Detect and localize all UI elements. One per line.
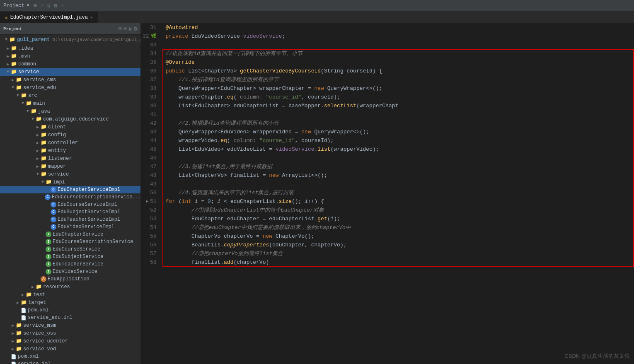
arrow-icon: ▶	[15, 300, 21, 305]
folder-icon-impl: 📁	[46, 179, 52, 185]
arrow-icon: ▶	[30, 284, 36, 289]
item-label-EduVideoServiceImpl: EduVideoServiceImpl	[58, 224, 114, 230]
item-label-EduCourseService: EduCourseService	[53, 246, 100, 252]
code-line-37: //1.根据课程id查询课程里面所有的章节	[162, 75, 634, 84]
tab-edu-chapter-service-impl[interactable]: ☕ EduChapterServiceImpl.java ✕	[0, 12, 98, 23]
tree-item-config[interactable]: ▶📁config	[0, 131, 140, 139]
main-layout: Project ⊕ ≡ ⇅ ⚙ ▼ 📁 guli_parent D:\study…	[0, 23, 634, 364]
tree-item-pom_root[interactable]: 📄pom.xml	[0, 353, 140, 360]
arrow-icon: ▶	[10, 347, 16, 352]
circle-icon-EduCourseDescriptionService: I	[46, 239, 51, 245]
arrow-icon: ▶	[35, 140, 41, 145]
tree-item-service_msm[interactable]: ▶📁service_msm	[0, 321, 140, 329]
circle-icon-EduSubjectService: I	[46, 254, 51, 260]
line-num-text-36: 36	[150, 67, 157, 75]
item-label-EduChapterService: EduChapterService	[53, 231, 103, 237]
tree-item-client[interactable]: ▶📁client	[0, 123, 140, 131]
tree-item-EduSubjectService[interactable]: IEduSubjectService	[0, 253, 140, 260]
tree-item-controller[interactable]: ▶📁controller	[0, 139, 140, 147]
tree-item-EduVideoService[interactable]: IEduVideoService	[0, 268, 140, 275]
tab-close-icon[interactable]: ✕	[90, 15, 93, 20]
sidebar-icon-settings[interactable]: ⚙	[134, 25, 137, 32]
circle-icon-EduVideoServiceImpl: C	[51, 224, 56, 230]
tree-item-service_ucenter[interactable]: ▶📁service_ucenter	[0, 337, 140, 345]
title-icon-settings[interactable]: ⚙	[54, 2, 57, 9]
project-root-item[interactable]: ▼ 📁 guli_parent D:\study\java\code\proje…	[0, 35, 140, 44]
tree-item-src[interactable]: ▼📁src	[0, 92, 140, 99]
project-root-arrow: ▼	[3, 37, 9, 42]
title-icon-list[interactable]: ≡	[40, 2, 44, 9]
tree-item-mapper[interactable]: ▶📁mapper	[0, 162, 140, 170]
folder-icon-service_pkg: 📁	[41, 171, 47, 177]
tree-item-main[interactable]: ▼📁main	[0, 99, 140, 107]
line-number-31: 31	[143, 23, 159, 32]
code-line-47: //3.创建list集合,用于最终封装数据	[162, 162, 634, 171]
item-label-entity: entity	[48, 148, 66, 154]
circle-icon-EduChapterService: I	[46, 231, 51, 237]
title-icon-add[interactable]: ⊕	[33, 2, 36, 9]
title-dropdown-icon[interactable]: ▼	[27, 3, 29, 8]
line-number-53: 53	[143, 215, 159, 223]
tree-item-service[interactable]: ▼📁service	[0, 68, 140, 76]
tree-item-idea[interactable]: ▶📁.idea	[0, 44, 140, 52]
title-bar: Project ▼ ⊕ ≡ ⇅ ⚙ −	[0, 0, 634, 12]
tree-item-impl[interactable]: ▼📁impl	[0, 178, 140, 186]
tree-item-EduCourseServiceImpl[interactable]: CEduCourseServiceImpl	[0, 201, 140, 208]
tree-item-service_cms[interactable]: ▶📁service_cms	[0, 76, 140, 84]
tree-item-EduSubjectServiceImpl[interactable]: CEduSubjectServiceImpl	[0, 208, 140, 216]
project-root-name: guli_parent	[17, 37, 50, 43]
code-line-43: QueryWrapper<EduVideo> wrapperVideo = ne…	[162, 128, 634, 136]
tree-item-resources[interactable]: ▶📁resources	[0, 283, 140, 291]
tree-item-service_edu_iml[interactable]: 📄service_edu.iml	[0, 314, 140, 321]
title-icon-sort[interactable]: ⇅	[47, 2, 50, 9]
code-content[interactable]: @Autowiredprivate EduVideoService videoS…	[162, 23, 634, 364]
tree-item-java[interactable]: ▼📁java	[0, 107, 140, 115]
tree-item-EduChapterService[interactable]: IEduChapterService	[0, 231, 140, 238]
sidebar-icon-sort[interactable]: ⇅	[128, 25, 132, 32]
tree-item-EduApplication[interactable]: AEduApplication	[0, 275, 140, 283]
arrow-icon: ▶	[5, 54, 11, 59]
tree-item-service_vod[interactable]: ▶📁service_vod	[0, 345, 140, 353]
sidebar-icon-add[interactable]: ⊕	[118, 25, 121, 32]
folder-icon-config: 📁	[41, 132, 47, 138]
tree-item-common[interactable]: ▶📁common	[0, 60, 140, 68]
title-icon-minimize[interactable]: −	[60, 2, 64, 9]
tree-container: ▶📁.idea▶📁.mvn▶📁common▼📁service▶📁service_…	[0, 44, 140, 364]
tree-item-EduTeacherService[interactable]: IEduTeacherService	[0, 260, 140, 268]
item-label-service_iml: service.iml	[18, 361, 51, 364]
tree-item-test[interactable]: ▶📁test	[0, 291, 140, 299]
tree-item-listener[interactable]: ▶📁listener	[0, 154, 140, 162]
arrow-icon: ▼	[25, 109, 31, 113]
code-line-42: //2.根据课程id查询课程里面所有的小节	[162, 119, 634, 128]
item-label-mapper: mapper	[48, 164, 66, 169]
tree-item-EduCourseDescriptionService[interactable]: IEduCourseDescriptionService	[0, 238, 140, 246]
tree-item-EduCourseDescriptionServiceImpl[interactable]: CEduCourseDescriptionService...	[0, 193, 140, 201]
tree-item-EduCourseService[interactable]: IEduCourseService	[0, 246, 140, 253]
folder-icon-service_ucenter: 📁	[16, 338, 22, 344]
item-label-com_atguigu: com.atguigu.eduservice	[43, 116, 109, 122]
tree-item-pom_xml[interactable]: 📄pom.xml	[0, 306, 140, 314]
tree-item-EduTeacherServiceImpl[interactable]: CEduTeacherServiceImpl	[0, 216, 140, 223]
tree-item-service_iml[interactable]: 📄service.iml	[0, 360, 140, 364]
line-num-text-52: 52	[150, 206, 157, 215]
line-num-text-35: 35	[150, 58, 157, 67]
line-number-52: 52	[143, 206, 159, 215]
tree-item-com_atguigu[interactable]: ▼📁com.atguigu.eduservice	[0, 115, 140, 123]
sidebar-icon-list[interactable]: ≡	[123, 25, 127, 32]
item-label-idea: .idea	[18, 46, 33, 51]
line-number-58: 58	[143, 258, 159, 267]
tree-item-service_oss[interactable]: ▶📁service_oss	[0, 329, 140, 337]
item-label-target: target	[28, 300, 46, 306]
line-number-57: 57	[143, 249, 159, 258]
tree-item-mvn[interactable]: ▶📁.mvn	[0, 52, 140, 60]
tree-item-service_edu[interactable]: ▼📁service_edu	[0, 84, 140, 92]
circle-icon-EduVideoService: I	[46, 269, 51, 275]
tree-item-service_pkg[interactable]: ▼📁service	[0, 170, 140, 178]
tree-item-entity[interactable]: ▶📁entity	[0, 147, 140, 154]
line-number-37: 37	[143, 75, 159, 84]
tree-item-target[interactable]: ▶📁target	[0, 299, 140, 306]
folder-icon-service_vod: 📁	[16, 346, 22, 352]
line-number-49: 49	[143, 180, 159, 188]
tree-item-EduVideoServiceImpl[interactable]: CEduVideoServiceImpl	[0, 223, 140, 231]
tree-item-EduChapterServiceImpl[interactable]: CEduChapterServiceImpl	[0, 186, 140, 193]
